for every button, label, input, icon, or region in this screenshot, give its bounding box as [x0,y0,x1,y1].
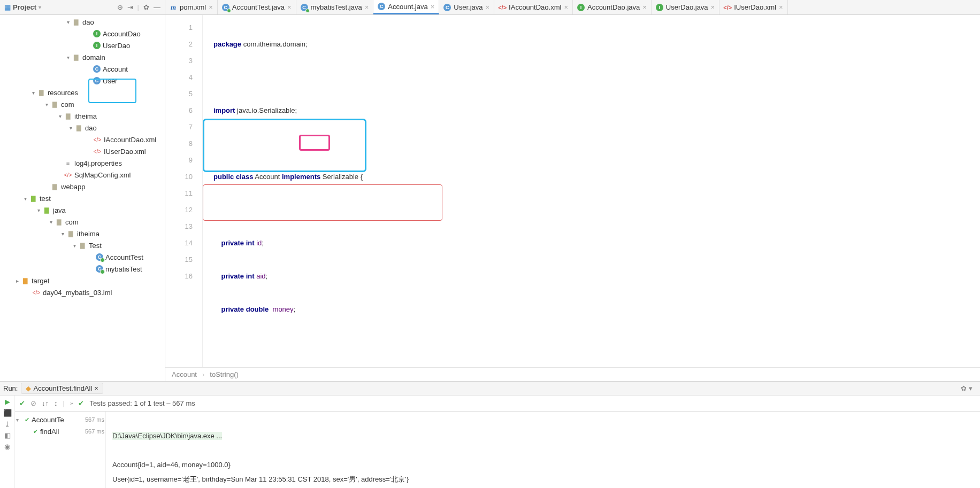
chevron-icon[interactable]: ▾ [67,125,74,131]
tree-node-iaccountdao-xml[interactable]: </>IAccountDao.xml [0,134,165,145]
tree-node-com[interactable]: ▾▇com [0,98,165,110]
expand-icon[interactable]: ↕ [54,399,58,407]
tree-node-accounttest[interactable]: CAccountTest [0,251,165,263]
camera-icon[interactable]: ◉ [4,443,10,451]
chevron-icon[interactable]: ▾ [16,417,22,423]
close-icon[interactable]: × [486,3,490,11]
tab-userdao-java[interactable]: IUserDao.java× [652,0,719,14]
close-icon[interactable]: × [779,3,783,11]
tree-node-day04-mybatis-03-iml[interactable]: </>day04_mybatis_03.iml [0,286,165,298]
tree-node-java[interactable]: ▾▇java [0,204,165,216]
tree-node-mybatistest[interactable]: CmybatisTest [0,263,165,275]
tree-node-sqlmapconfig-xml[interactable]: </>SqlMapConfig.xml [0,169,165,181]
xml-icon: </> [724,4,731,11]
tab-account-java[interactable]: CAccount.java× [373,0,439,14]
console-output[interactable]: D:\Java\Eclipse\JDK\bin\java.exe ... Acc… [106,412,980,488]
project-tree[interactable]: ▾▇daoIAccountDaoIUserDao▾▇domainCAccount… [0,15,165,381]
tree-node-resources[interactable]: ▾▇resources [0,87,165,98]
hide-icon[interactable]: — [154,3,160,11]
tree-node-account[interactable]: CAccount [0,63,165,75]
tree-node-webapp[interactable]: ▇webapp [0,181,165,192]
target-icon[interactable]: ⊕ [117,3,123,11]
tab-mybatistest-java[interactable]: CmybatisTest.java× [296,0,374,14]
tab-iuserdao-xml[interactable]: </>IUserDao.xml× [719,0,787,14]
sort-icon[interactable]: ↓↑ [42,399,49,407]
close-icon[interactable]: × [642,3,647,11]
tree-node-dao[interactable]: ▾▇dao [0,122,165,134]
gear-icon[interactable]: ✿ ▾ [961,384,977,392]
run-panel: Run: ◆ AccountTest.findAll × ✿ ▾ ▶ ⬛ ⤓ ◧… [0,381,980,488]
chevron-icon[interactable]: ▾ [64,55,72,60]
gear-icon[interactable]: ✿ [143,3,149,11]
chevron-icon[interactable]: ▾ [64,19,72,25]
close-icon[interactable]: × [431,3,435,11]
breadcrumb-class[interactable]: Account [172,370,197,378]
tab-accounttest-java[interactable]: CAccountTest.java× [218,0,296,14]
breadcrumb-method[interactable]: toString() [210,370,238,378]
chevron-icon[interactable]: ▾ [71,243,78,249]
chevron-icon[interactable]: » [70,400,73,406]
tree-label: com [65,218,79,226]
stop-icon[interactable]: ⊘ [30,399,36,407]
chevron-icon[interactable]: ▾ [47,219,55,225]
chevron-icon[interactable]: ▾ [21,196,29,202]
layout-icon[interactable]: ◧ [4,431,11,439]
chevron-icon[interactable]: ▾ [35,207,42,213]
interface-icon: I [656,4,663,11]
chevron-icon[interactable]: ▾ [29,90,37,96]
tab-label: Account.java [388,3,427,11]
tab-pom-xml[interactable]: mpom.xml× [165,0,218,14]
class-icon: C [222,4,229,11]
check-icon[interactable]: ✔ [19,399,25,407]
chevron-icon[interactable]: ▾ [59,231,66,237]
chevron-icon[interactable]: ▸ [13,278,21,284]
tree-label: webapp [61,183,86,191]
tab-user-java[interactable]: CUser.java× [439,0,494,14]
folder-icon: ▇ [42,206,51,214]
pin-icon[interactable]: ⤓ [4,420,10,428]
close-icon[interactable]: × [209,3,213,11]
run-tabs-bar: Run: ◆ AccountTest.findAll × ✿ ▾ [0,382,980,396]
close-icon[interactable]: × [365,3,369,11]
close-icon[interactable]: × [564,3,568,11]
tree-node-test[interactable]: ▾▇Test [0,239,165,251]
project-title[interactable]: ▦ Project ▾ [4,3,117,11]
tree-node-itheima[interactable]: ▾▇itheima [0,110,165,122]
run-config-tab[interactable]: ◆ AccountTest.findAll × [21,383,103,394]
test-tree[interactable]: ▾✔AccountTe567 ms✔findAll567 ms [15,412,106,488]
interface-icon: I [577,4,585,11]
close-icon[interactable]: × [94,384,98,392]
editor-tabs[interactable]: mpom.xml×CAccountTest.java×CmybatisTest.… [165,0,980,15]
tree-node-itheima[interactable]: ▾▇itheima [0,228,165,239]
tree-node-userdao[interactable]: IUserDao [0,40,165,51]
tree-node-log4j-properties[interactable]: ≡log4j.properties [0,157,165,169]
tree-node-test[interactable]: ▾▇test [0,192,165,204]
test-row[interactable]: ✔findAll567 ms [16,425,104,437]
chevron-icon[interactable]: ▾ [56,113,64,119]
tree-node-iuserdao-xml[interactable]: </>IUserDao.xml [0,145,165,157]
close-icon[interactable]: × [287,3,292,11]
tree-node-domain[interactable]: ▾▇domain [0,51,165,63]
tab-accountdao-java[interactable]: IAccountDao.java× [573,0,652,14]
test-row[interactable]: ▾✔AccountTe567 ms [16,414,104,425]
kw-double: double [246,305,269,313]
tree-label: User [103,77,117,85]
field-aid: aid [256,272,265,280]
debug-icon[interactable]: ⬛ [3,409,12,417]
class-name: Account [255,173,280,181]
tests-passed: Tests passed: 1 of 1 test – 567 ms [89,399,195,407]
chevron-icon[interactable]: ▾ [43,102,50,107]
close-icon[interactable]: × [711,3,715,11]
pass-icon: ✔ [25,416,29,423]
play-icon[interactable]: ▶ [5,398,10,406]
project-title-text: Project [13,3,36,11]
tab-iaccountdao-xml[interactable]: </>IAccountDao.xml× [494,0,573,14]
code-area[interactable]: package com.itheima.domain; import java.… [203,15,980,367]
collapse-icon[interactable]: ⇥ [127,3,133,11]
tree-node-dao[interactable]: ▾▇dao [0,16,165,28]
breadcrumb[interactable]: Account › toString() [165,367,980,381]
tree-node-user[interactable]: CUser [0,75,165,87]
tree-node-target[interactable]: ▸▇target [0,275,165,286]
tree-node-com[interactable]: ▾▇com [0,216,165,228]
tree-node-accountdao[interactable]: IAccountDao [0,28,165,40]
